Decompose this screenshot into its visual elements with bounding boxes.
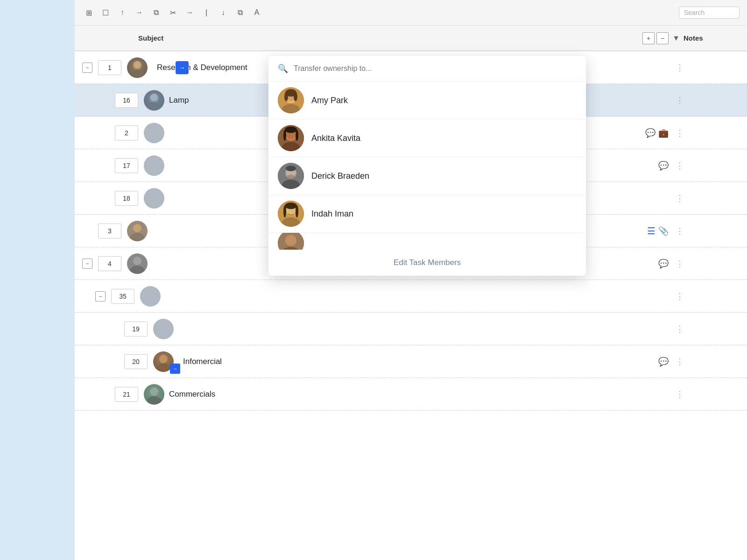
- svg-point-4: [147, 102, 162, 111]
- avatar-partial: [278, 233, 304, 250]
- search-input[interactable]: Search: [679, 7, 740, 19]
- arrow-down-icon[interactable]: ↓: [217, 6, 230, 19]
- arrow-right-icon[interactable]: →: [133, 6, 146, 19]
- row-context-menu[interactable]: ⋮: [674, 320, 685, 338]
- svg-point-40: [296, 205, 298, 217]
- arrow-badge-row1: →: [176, 61, 189, 74]
- person-name-ankita-kavita: Ankita Kavita: [311, 133, 360, 143]
- svg-point-11: [156, 364, 171, 372]
- transfer-person-indah-iman[interactable]: Indah Iman: [268, 195, 586, 233]
- svg-point-20: [294, 92, 297, 101]
- collapse-button-row1[interactable]: −: [82, 63, 92, 73]
- svg-point-2: [134, 61, 141, 69]
- svg-point-12: [150, 387, 158, 396]
- row-context-menu[interactable]: ⋮: [674, 58, 685, 77]
- row-number: 18: [115, 191, 138, 206]
- row-context-menu[interactable]: ⋮: [674, 156, 685, 175]
- avatar: [140, 286, 161, 307]
- scissors-icon[interactable]: ✂: [166, 6, 179, 19]
- row-number: 4: [98, 256, 121, 271]
- svg-point-7: [130, 233, 145, 241]
- row-context-menu[interactable]: ⋮: [674, 124, 685, 142]
- chat-icon: 💬: [658, 161, 669, 171]
- svg-point-6: [133, 224, 141, 232]
- divider-icon[interactable]: |: [200, 6, 213, 19]
- row-number: 1: [98, 60, 121, 75]
- svg-point-39: [283, 205, 286, 217]
- svg-point-25: [285, 126, 297, 133]
- avatar: [144, 123, 164, 143]
- notes-column-header: Notes: [684, 34, 740, 42]
- avatar: [127, 253, 148, 274]
- row-number: 35: [111, 289, 134, 304]
- avatar: [144, 155, 164, 176]
- copy-icon[interactable]: ⧉: [149, 6, 162, 19]
- avatar: [144, 188, 164, 209]
- row-context-menu[interactable]: ⋮: [674, 91, 685, 110]
- copy2-icon[interactable]: ⧉: [233, 6, 247, 19]
- svg-point-10: [159, 355, 168, 363]
- arrow-right2-icon[interactable]: →: [183, 6, 196, 19]
- transfer-ownership-dropdown: 🔍 Amy Park: [268, 56, 586, 276]
- svg-point-33: [287, 175, 295, 179]
- row-title: Commercials: [169, 390, 674, 399]
- table-row: 20 → Infomercial 💬 ⋮: [75, 345, 747, 378]
- collapse-button-row4[interactable]: −: [82, 259, 92, 269]
- table-header: Subject + − ▼ Notes: [75, 26, 747, 51]
- row-icons: 💬: [658, 161, 669, 171]
- filter-icon[interactable]: ▼: [672, 34, 680, 42]
- text-icon[interactable]: A: [250, 6, 263, 19]
- row-number: 19: [124, 322, 148, 336]
- avatar: [127, 57, 148, 78]
- edit-task-members-button[interactable]: Edit Task Members: [268, 250, 586, 276]
- row-icons: 💬: [658, 357, 669, 367]
- arrow-badge-row20: →: [170, 364, 180, 374]
- row-context-menu[interactable]: ⋮: [674, 222, 685, 240]
- svg-point-9: [130, 266, 145, 274]
- transfer-person-ankita-kavita[interactable]: Ankita Kavita: [268, 119, 586, 157]
- transfer-search-input[interactable]: [294, 64, 577, 73]
- svg-point-27: [296, 130, 298, 141]
- transfer-person-partial[interactable]: [268, 233, 586, 250]
- row-number: 2: [115, 126, 138, 140]
- left-panel: [0, 0, 75, 560]
- row-icons: ☰ 📎: [647, 225, 669, 237]
- row-context-menu[interactable]: ⋮: [674, 385, 685, 404]
- collapse-button-row35[interactable]: −: [95, 291, 106, 301]
- svg-point-5: [150, 94, 158, 101]
- svg-point-1: [130, 70, 145, 78]
- svg-point-32: [286, 166, 296, 171]
- svg-point-13: [147, 396, 162, 405]
- row-number: 16: [115, 93, 138, 108]
- row-icons: 💬 💼: [645, 128, 669, 138]
- avatar: [127, 221, 148, 241]
- transfer-person-derick-braeden[interactable]: Derick Braeden: [268, 157, 586, 195]
- square-icon[interactable]: ☐: [99, 6, 112, 19]
- person-name-indah-iman: Indah Iman: [311, 209, 353, 219]
- svg-point-42: [285, 235, 296, 246]
- svg-point-19: [284, 92, 288, 101]
- row-title: Infomercial: [183, 357, 658, 366]
- row-number: 3: [98, 224, 121, 238]
- grid-icon[interactable]: ⊞: [82, 6, 95, 19]
- avatar: [144, 90, 164, 111]
- svg-point-38: [285, 203, 297, 209]
- row-number: 21: [115, 387, 138, 402]
- row-context-menu[interactable]: ⋮: [674, 254, 685, 273]
- main-container: ⊞ ☐ ↑ → ⧉ ✂ → | ↓ ⧉ A Search Subject + −…: [75, 0, 747, 560]
- table-row: 21 Commercials ⋮: [75, 378, 747, 411]
- search-icon: 🔍: [278, 63, 288, 74]
- transfer-person-amy-park[interactable]: Amy Park: [268, 82, 586, 119]
- collapse-all-button[interactable]: −: [656, 32, 669, 44]
- svg-point-8: [133, 257, 141, 265]
- avatar-indah-iman: [278, 201, 304, 227]
- row-context-menu[interactable]: ⋮: [674, 189, 685, 208]
- row-context-menu[interactable]: ⋮: [674, 352, 685, 371]
- paperclip-icon: 📎: [658, 226, 669, 236]
- expand-all-button[interactable]: +: [642, 32, 655, 44]
- arrow-up-icon[interactable]: ↑: [116, 6, 129, 19]
- chat-icon: 💬: [645, 128, 655, 138]
- avatar-derick-braeden: [278, 163, 304, 189]
- row-number: 20: [124, 354, 148, 369]
- row-context-menu[interactable]: ⋮: [674, 287, 685, 306]
